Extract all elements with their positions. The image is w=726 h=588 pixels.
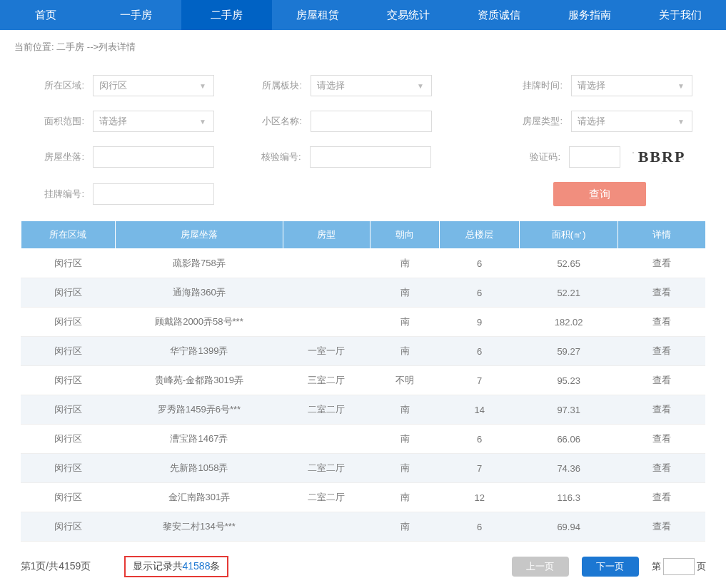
cell-area: 69.94 bbox=[520, 512, 618, 542]
cell-op: 查看 bbox=[618, 512, 705, 542]
cell-area: 59.27 bbox=[520, 337, 618, 366]
nav-item-5[interactable]: 资质诚信 bbox=[454, 0, 545, 30]
cell-region: 闵行区 bbox=[21, 308, 116, 337]
page-info: 第1页/共4159页 bbox=[21, 560, 124, 573]
cell-type bbox=[283, 278, 370, 308]
cell-op: 查看 bbox=[618, 425, 705, 454]
verifyno-input[interactable] bbox=[316, 152, 425, 163]
cell-area: 116.3 bbox=[520, 483, 618, 512]
cell-op: 查看 bbox=[618, 308, 705, 337]
th-address: 房屋坐落 bbox=[116, 221, 283, 249]
table-row: 闵行区顾戴路2000弄58号***南9182.02查看 bbox=[21, 308, 705, 337]
cell-face: 南 bbox=[370, 483, 440, 512]
cell-floor: 12 bbox=[440, 483, 520, 512]
cell-address: 贵峰苑-金都路3019弄 bbox=[116, 366, 283, 395]
arearange-select[interactable]: 请选择 ▼ bbox=[93, 111, 214, 132]
th-op: 详情 bbox=[618, 221, 705, 249]
cell-region: 闵行区 bbox=[21, 425, 116, 454]
goto-page: 第 页 bbox=[652, 558, 706, 575]
listtime-placeholder: 请选择 bbox=[578, 79, 605, 92]
arearange-label: 面积范围: bbox=[29, 115, 84, 128]
table-row: 闵行区华宁路1399弄一室一厅南659.27查看 bbox=[21, 337, 705, 366]
view-link[interactable]: 查看 bbox=[652, 287, 671, 298]
cell-address: 通海路360弄 bbox=[116, 278, 283, 308]
cell-type: 二室二厅 bbox=[283, 483, 370, 512]
cell-type bbox=[283, 308, 370, 337]
table-header-row: 所在区域 房屋坐落 房型 朝向 总楼层 面积(㎡) 详情 bbox=[21, 221, 705, 249]
cell-floor: 6 bbox=[440, 337, 520, 366]
cell-face: 南 bbox=[370, 337, 440, 366]
cell-address: 金汇南路301弄 bbox=[116, 483, 283, 512]
breadcrumb-link[interactable]: 二手房 bbox=[56, 41, 84, 52]
table-row: 闵行区漕宝路1467弄南666.06查看 bbox=[21, 425, 705, 454]
nav-item-1[interactable]: 一手房 bbox=[91, 0, 181, 30]
block-select[interactable]: 请选择 ▼ bbox=[311, 75, 432, 96]
nav-item-7[interactable]: 关于我们 bbox=[635, 0, 726, 30]
listingno-input[interactable] bbox=[99, 189, 208, 200]
cell-face: 南 bbox=[370, 249, 440, 278]
cell-op: 查看 bbox=[618, 337, 705, 366]
cell-address: 疏影路758弄 bbox=[116, 249, 283, 278]
view-link[interactable]: 查看 bbox=[652, 492, 671, 502]
cell-area: 182.02 bbox=[520, 308, 618, 337]
cell-op: 查看 bbox=[618, 278, 705, 308]
view-link[interactable]: 查看 bbox=[652, 345, 671, 356]
region-label: 所在区域: bbox=[29, 79, 84, 92]
cell-area: 66.06 bbox=[520, 425, 618, 454]
next-page-button[interactable]: 下一页 bbox=[582, 557, 639, 577]
listtime-select[interactable]: 请选择 ▼ bbox=[571, 75, 692, 96]
view-link[interactable]: 查看 bbox=[652, 316, 671, 327]
filter-area: 所在区域: 闵行区 ▼ 所属板块: 请选择 ▼ 挂牌时间: 请选择 ▼ bbox=[29, 75, 697, 206]
chevron-down-icon: ▼ bbox=[199, 118, 206, 126]
table-row: 闵行区贵峰苑-金都路3019弄三室二厅不明795.23查看 bbox=[21, 366, 705, 395]
chevron-down-icon: ▼ bbox=[199, 82, 206, 90]
nav-item-3[interactable]: 房屋租赁 bbox=[272, 0, 363, 30]
view-link[interactable]: 查看 bbox=[652, 258, 671, 268]
community-input-wrap bbox=[311, 111, 432, 132]
cell-area: 52.21 bbox=[520, 278, 618, 308]
prev-page-button[interactable]: 上一页 bbox=[512, 557, 569, 577]
captcha-input[interactable] bbox=[575, 152, 614, 163]
cell-address: 罗秀路1459弄6号*** bbox=[116, 395, 283, 425]
goto-page-input[interactable] bbox=[663, 558, 695, 575]
nav-item-0[interactable]: 首页 bbox=[0, 0, 91, 30]
cell-floor: 6 bbox=[440, 512, 520, 542]
nav-item-6[interactable]: 服务指南 bbox=[545, 0, 635, 30]
th-face: 朝向 bbox=[370, 221, 440, 249]
cell-address: 顾戴路2000弄58号*** bbox=[116, 308, 283, 337]
th-area: 面积(㎡) bbox=[520, 221, 618, 249]
view-link[interactable]: 查看 bbox=[652, 375, 671, 385]
table-row: 闵行区金汇南路301弄二室二厅南12116.3查看 bbox=[21, 483, 705, 512]
cell-region: 闵行区 bbox=[21, 337, 116, 366]
address-input[interactable] bbox=[99, 152, 208, 163]
view-link[interactable]: 查看 bbox=[652, 462, 671, 473]
view-link[interactable]: 查看 bbox=[652, 433, 671, 444]
verifyno-label: 核验编号: bbox=[246, 151, 301, 163]
table-row: 闵行区通海路360弄南652.21查看 bbox=[21, 278, 705, 308]
cell-floor: 7 bbox=[440, 454, 520, 483]
view-link[interactable]: 查看 bbox=[652, 404, 671, 415]
housetype-select[interactable]: 请选择 ▼ bbox=[571, 111, 692, 132]
chevron-down-icon: ▼ bbox=[677, 82, 685, 90]
nav-item-4[interactable]: 交易统计 bbox=[363, 0, 454, 30]
nav-item-2[interactable]: 二手房 bbox=[181, 0, 272, 30]
cell-area: 95.23 bbox=[520, 366, 618, 395]
search-button[interactable]: 查询 bbox=[553, 182, 646, 206]
community-input[interactable] bbox=[317, 116, 425, 127]
cell-face: 南 bbox=[370, 395, 440, 425]
pager: 第1页/共4159页 显示记录共41588条 上一页 下一页 第 页 bbox=[21, 550, 706, 580]
listtime-label: 挂牌时间: bbox=[507, 79, 563, 92]
table-row: 闵行区罗秀路1459弄6号***二室二厅南1497.31查看 bbox=[21, 395, 705, 425]
cell-region: 闵行区 bbox=[21, 366, 116, 395]
cell-op: 查看 bbox=[618, 366, 705, 395]
cell-floor: 14 bbox=[440, 395, 520, 425]
captcha-image[interactable]: BBRP bbox=[626, 146, 697, 168]
cell-floor: 6 bbox=[440, 425, 520, 454]
breadcrumb-prefix: 当前位置: bbox=[14, 41, 56, 52]
th-region: 所在区域 bbox=[21, 221, 116, 249]
cell-type: 一室一厅 bbox=[283, 337, 370, 366]
view-link[interactable]: 查看 bbox=[652, 521, 671, 532]
region-select[interactable]: 闵行区 ▼ bbox=[93, 75, 214, 96]
table-row: 闵行区黎安二村134号***南669.94查看 bbox=[21, 512, 705, 542]
breadcrumb-suffix: -->列表详情 bbox=[87, 41, 136, 52]
